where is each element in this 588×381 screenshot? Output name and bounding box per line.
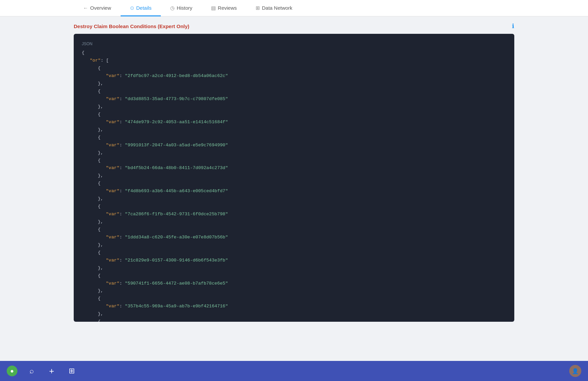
overview-icon: ←	[83, 5, 88, 11]
taskbar-search-button[interactable]: ⌕	[25, 365, 38, 377]
json-entry-1: "var": "2fdfbc97-a2cd-4912-bed8-db54a06a…	[82, 72, 506, 80]
taskbar-add-button[interactable]: +	[46, 365, 58, 377]
search-icon: ⌕	[29, 367, 34, 375]
json-entry-8: "var": "1ddd34a8-c620-45fe-a30e-e07e8d07…	[82, 234, 506, 241]
json-entry-7-close: },	[82, 218, 506, 226]
json-entry-6-close: },	[82, 195, 506, 203]
section-header: Destroy Claim Boolean Conditions (Expert…	[74, 22, 514, 30]
info-icon[interactable]: ℹ	[512, 22, 514, 30]
json-entry-3-open: {	[82, 111, 506, 119]
json-entry-2-close: },	[82, 103, 506, 111]
json-entry-8-close: },	[82, 241, 506, 249]
add-icon: +	[49, 366, 54, 376]
tab-data-network[interactable]: ⊞ Data Network	[246, 0, 302, 16]
json-entry-9-open: {	[82, 249, 506, 257]
json-entry-11: "var": "357b4c55-969a-45a9-ab7b-e9bf4216…	[82, 303, 506, 310]
json-entry-5-close: },	[82, 172, 506, 180]
json-entry-3: "var": "474de979-2c92-4053-aa51-e1414c51…	[82, 119, 506, 126]
json-or-key-line: "or": [	[82, 57, 506, 65]
tab-overview-label: Overview	[90, 5, 111, 11]
json-entry-2-open: {	[82, 88, 506, 95]
tab-reviews[interactable]: ▤ Reviews	[202, 0, 246, 16]
json-entry-2: "var": "dd3d8853-35ad-4773-9b7c-c79807df…	[82, 95, 506, 103]
json-entry-6: "var": "f4d8b693-a3b6-445b-a643-e005ced4…	[82, 187, 506, 195]
json-entry-4-close: },	[82, 149, 506, 157]
taskbar-grid-button[interactable]: ⊞	[66, 365, 78, 377]
details-icon: ⊙	[130, 5, 134, 11]
tab-history[interactable]: ◷ History	[161, 0, 202, 16]
json-entry-7: "var": "7ca286f6-f1fb-4542-9731-6f0dce25…	[82, 211, 506, 218]
history-icon: ◷	[170, 5, 175, 11]
taskbar-home-button[interactable]: ●	[7, 366, 17, 376]
json-entry-8-open: {	[82, 226, 506, 234]
tab-data-network-label: Data Network	[262, 5, 292, 11]
json-entry-7-open: {	[82, 203, 506, 211]
json-entry-9: "var": "21c829e9-0157-4300-9146-d6b6f543…	[82, 257, 506, 264]
json-entry-12-open: {	[82, 318, 506, 322]
json-entry-10-close: },	[82, 287, 506, 295]
taskbar-avatar[interactable]: 👤	[569, 365, 581, 377]
tab-overview[interactable]: ← Overview	[74, 0, 121, 16]
json-root-open: {	[82, 49, 506, 57]
json-entry-5-open: {	[82, 157, 506, 165]
json-entry-3-close: },	[82, 126, 506, 134]
tab-details[interactable]: ⊙ Details	[121, 0, 161, 16]
home-dot-icon: ●	[10, 368, 14, 375]
json-label: JSON	[82, 41, 506, 47]
taskbar: ● ⌕ + ⊞ 👤	[0, 361, 588, 381]
json-entry-9-close: },	[82, 264, 506, 272]
json-entry-6-open: {	[82, 180, 506, 187]
tab-details-label: Details	[136, 5, 152, 11]
section-title: Destroy Claim Boolean Conditions (Expert…	[74, 23, 189, 29]
grid-icon: ⊞	[69, 367, 75, 375]
tab-history-label: History	[177, 5, 192, 11]
json-entry-1-open: {	[82, 65, 506, 72]
json-code-block: JSON { "or": [ { "var": "2fdfbc97-a2cd-4…	[74, 34, 514, 322]
data-network-icon: ⊞	[256, 5, 260, 11]
tab-bar: ← Overview ⊙ Details ◷ History ▤ Reviews…	[0, 0, 588, 16]
json-entry-5: "var": "bd4f5b24-66da-48b0-8411-7d092a4c…	[82, 164, 506, 172]
main-content: Destroy Claim Boolean Conditions (Expert…	[0, 16, 588, 322]
json-entry-10-open: {	[82, 272, 506, 280]
json-entry-1-close: },	[82, 80, 506, 88]
reviews-icon: ▤	[211, 5, 216, 11]
avatar-initials: 👤	[572, 368, 579, 374]
json-entry-4-open: {	[82, 134, 506, 142]
json-entry-10: "var": "590741f1-6656-4472-ae08-b7afb78c…	[82, 280, 506, 288]
tab-reviews-label: Reviews	[218, 5, 237, 11]
json-entry-4: "var": "9991013f-2047-4a03-a5ad-e5e9c769…	[82, 142, 506, 149]
json-entry-11-open: {	[82, 295, 506, 303]
json-entry-11-close: },	[82, 310, 506, 318]
